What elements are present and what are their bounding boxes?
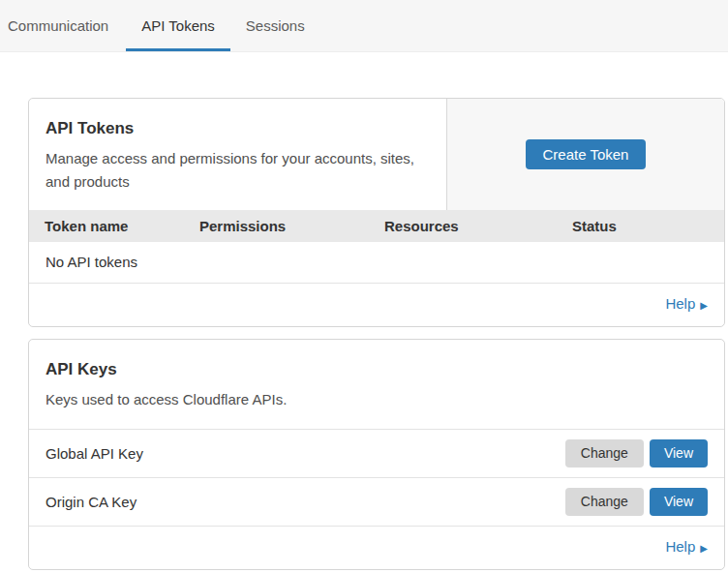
column-header-permissions: Permissions	[199, 218, 384, 234]
view-origin-ca-key-button[interactable]: View	[650, 488, 708, 516]
key-label-origin-ca-key: Origin CA Key	[46, 494, 136, 510]
column-header-status: Status	[572, 218, 724, 234]
api-keys-card-header: API Keys Keys used to access Cloudflare …	[29, 340, 724, 429]
create-token-button[interactable]: Create Token	[526, 139, 647, 169]
key-label-global-api-key: Global API Key	[46, 445, 143, 462]
key-actions-global-api-key: Change View	[565, 439, 708, 467]
key-actions-origin-ca-key: Change View	[565, 488, 708, 516]
tab-sessions[interactable]: Sessions	[230, 0, 320, 51]
api-tokens-card-title: API Tokens	[46, 119, 431, 138]
api-keys-card: API Keys Keys used to access Cloudflare …	[28, 339, 725, 570]
tab-api-tokens[interactable]: API Tokens	[126, 0, 230, 51]
key-row-global-api-key: Global API Key Change View	[29, 429, 724, 477]
tab-bar: Communication API Tokens Sessions	[0, 0, 728, 52]
help-link-label: Help	[665, 295, 695, 312]
api-keys-card-footer: Help▶	[29, 526, 724, 569]
api-tokens-card-footer: Help▶	[29, 284, 724, 326]
change-global-api-key-button[interactable]: Change	[565, 439, 644, 467]
api-tokens-card-description: Manage access and permissions for your a…	[46, 147, 431, 194]
tokens-empty-state-message: No API tokens	[29, 242, 724, 284]
page-content: API Tokens Manage access and permissions…	[0, 52, 728, 570]
column-header-token-name: Token name	[45, 218, 199, 234]
arrow-right-icon: ▶	[700, 300, 708, 311]
tokens-table-header-row: Token name Permissions Resources Status	[29, 210, 724, 242]
api-keys-card-title: API Keys	[46, 360, 709, 379]
api-tokens-card: API Tokens Manage access and permissions…	[28, 98, 725, 327]
api-tokens-card-header-text: API Tokens Manage access and permissions…	[29, 99, 446, 210]
view-global-api-key-button[interactable]: View	[650, 439, 708, 467]
tab-communication[interactable]: Communication	[8, 0, 124, 51]
key-row-origin-ca-key: Origin CA Key Change View	[29, 477, 724, 526]
api-keys-help-link[interactable]: Help▶	[665, 538, 708, 555]
api-keys-card-description: Keys used to access Cloudflare APIs.	[46, 388, 709, 411]
help-link-label: Help	[665, 538, 695, 555]
change-origin-ca-key-button[interactable]: Change	[565, 488, 644, 516]
arrow-right-icon: ▶	[700, 543, 708, 554]
column-header-resources: Resources	[384, 218, 572, 234]
api-tokens-card-header: API Tokens Manage access and permissions…	[29, 99, 724, 210]
api-tokens-card-action-panel: Create Token	[446, 99, 724, 210]
api-tokens-help-link[interactable]: Help▶	[665, 295, 708, 312]
